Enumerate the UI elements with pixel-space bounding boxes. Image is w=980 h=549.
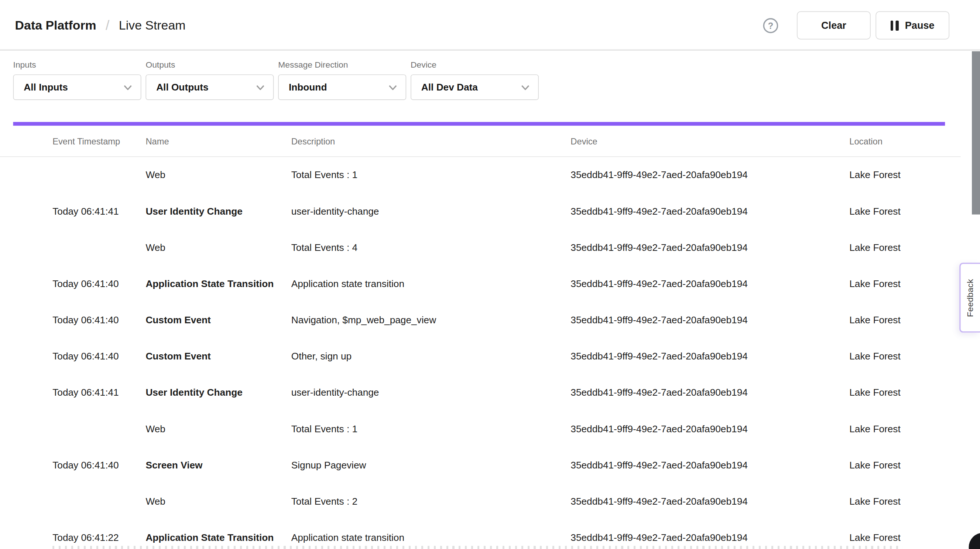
filter-outputs-label: Outputs	[145, 60, 274, 69]
event-timestamp: Today 06:41:22	[52, 532, 145, 543]
outputs-dropdown[interactable]: All Outputs	[145, 74, 274, 100]
event-name: Web	[145, 242, 291, 253]
event-description: Total Events : 4	[291, 242, 571, 253]
table-row[interactable]: Web Total Events : 1 35eddb41-9ff9-49e2-…	[0, 157, 961, 193]
event-name: Custom Event	[145, 351, 291, 362]
filter-message-direction: Message Direction Inbound	[278, 60, 406, 100]
event-device: 35eddb41-9ff9-49e2-7aed-20afa90eb194	[571, 206, 849, 217]
accent-divider	[13, 122, 945, 126]
event-device: 35eddb41-9ff9-49e2-7aed-20afa90eb194	[571, 460, 849, 471]
feedback-tab-label: Feedback	[966, 279, 975, 317]
event-location: Lake Forest	[849, 314, 961, 326]
clear-button-label: Clear	[821, 19, 846, 31]
event-timestamp: Today 06:41:40	[52, 314, 145, 326]
table-row[interactable]: Web Total Events : 4 35eddb41-9ff9-49e2-…	[0, 230, 961, 266]
chevron-down-icon	[124, 85, 132, 90]
clear-button[interactable]: Clear	[797, 11, 871, 39]
table-row[interactable]: Today 06:41:41 User Identity Change user…	[0, 193, 961, 230]
breadcrumb-separator: /	[106, 18, 109, 34]
event-device: 35eddb41-9ff9-49e2-7aed-20afa90eb194	[571, 314, 849, 326]
event-name: Screen View	[145, 460, 291, 471]
col-header-device: Device	[571, 136, 849, 146]
breadcrumb-section[interactable]: Data Platform	[15, 18, 96, 32]
col-header-event-timestamp: Event Timestamp	[52, 136, 145, 146]
event-device: 35eddb41-9ff9-49e2-7aed-20afa90eb194	[571, 532, 849, 543]
device-dropdown-value: All Dev Data	[421, 81, 478, 93]
event-device: 35eddb41-9ff9-49e2-7aed-20afa90eb194	[571, 169, 849, 181]
device-dropdown[interactable]: All Dev Data	[410, 74, 539, 100]
event-description: Application state transition	[291, 278, 571, 289]
event-description: Signup Pageview	[291, 460, 571, 471]
vertical-scrollbar-thumb[interactable]	[972, 51, 980, 215]
chevron-down-icon	[256, 85, 264, 90]
event-location: Lake Forest	[849, 496, 961, 507]
event-description: Application state transition	[291, 532, 571, 543]
event-name: User Identity Change	[145, 387, 291, 398]
event-description: user-identity-change	[291, 387, 571, 398]
feedback-tab[interactable]: Feedback	[959, 263, 980, 333]
event-location: Lake Forest	[849, 532, 961, 543]
event-device: 35eddb41-9ff9-49e2-7aed-20afa90eb194	[571, 242, 849, 253]
event-location: Lake Forest	[849, 460, 961, 471]
message-direction-dropdown-value: Inbound	[289, 81, 327, 93]
inputs-dropdown[interactable]: All Inputs	[13, 74, 142, 100]
table-row[interactable]: Today 06:41:40 Custom Event Navigation, …	[0, 302, 961, 338]
page-title: Live Stream	[119, 18, 186, 32]
table-row[interactable]: Today 06:41:22 Application State Transit…	[0, 520, 961, 549]
top-bar: Data Platform / Live Stream ? Clear Paus…	[0, 0, 980, 51]
event-name: Web	[145, 496, 291, 507]
filter-message-direction-label: Message Direction	[278, 60, 406, 69]
event-name: Application State Transition	[145, 532, 291, 543]
pause-icon	[891, 20, 899, 30]
chat-launcher-icon[interactable]	[969, 533, 980, 549]
table-row[interactable]: Today 06:41:41 User Identity Change user…	[0, 375, 961, 411]
table-row[interactable]: Web Total Events : 2 35eddb41-9ff9-49e2-…	[0, 483, 961, 519]
filter-device: Device All Dev Data	[410, 60, 539, 100]
event-location: Lake Forest	[849, 351, 961, 362]
filter-inputs: Inputs All Inputs	[13, 60, 142, 100]
event-location: Lake Forest	[849, 169, 961, 181]
event-description: Total Events : 1	[291, 423, 571, 434]
event-device: 35eddb41-9ff9-49e2-7aed-20afa90eb194	[571, 423, 849, 434]
chevron-down-icon	[389, 85, 397, 90]
live-stream-page: Data Platform / Live Stream ? Clear Paus…	[0, 0, 980, 549]
breadcrumb: Data Platform / Live Stream	[15, 0, 186, 51]
event-timestamp: Today 06:41:41	[52, 387, 145, 398]
event-location: Lake Forest	[849, 242, 961, 253]
event-timestamp: Today 06:41:40	[52, 351, 145, 362]
col-header-location: Location	[849, 136, 961, 146]
event-name: Web	[145, 423, 291, 434]
message-direction-dropdown[interactable]: Inbound	[278, 74, 406, 100]
event-location: Lake Forest	[849, 423, 961, 434]
event-description: user-identity-change	[291, 206, 571, 217]
clipped-row-hint	[52, 546, 902, 549]
filter-device-label: Device	[410, 60, 539, 69]
event-timestamp: Today 06:41:40	[52, 278, 145, 289]
event-name: Custom Event	[145, 314, 291, 326]
filter-inputs-label: Inputs	[13, 60, 142, 69]
pause-button-label: Pause	[905, 19, 935, 31]
event-description: Other, sign up	[291, 351, 571, 362]
help-icon[interactable]: ?	[763, 18, 778, 33]
chevron-down-icon	[522, 85, 530, 90]
event-device: 35eddb41-9ff9-49e2-7aed-20afa90eb194	[571, 278, 849, 289]
event-device: 35eddb41-9ff9-49e2-7aed-20afa90eb194	[571, 496, 849, 507]
table-row[interactable]: Web Total Events : 1 35eddb41-9ff9-49e2-…	[0, 411, 961, 447]
col-header-description: Description	[291, 136, 571, 146]
table-row[interactable]: Today 06:41:40 Screen View Signup Pagevi…	[0, 447, 961, 483]
table-row[interactable]: Today 06:41:40 Application State Transit…	[0, 266, 961, 302]
event-location: Lake Forest	[849, 206, 961, 217]
event-name: Application State Transition	[145, 278, 291, 289]
event-location: Lake Forest	[849, 387, 961, 398]
table-header-row: Event Timestamp Name Description Device …	[0, 126, 961, 157]
event-name: User Identity Change	[145, 206, 291, 217]
pause-button[interactable]: Pause	[875, 11, 949, 39]
event-description: Total Events : 2	[291, 496, 571, 507]
event-location: Lake Forest	[849, 278, 961, 289]
top-bar-actions: ? Clear Pause	[763, 0, 949, 51]
table-row[interactable]: Today 06:41:40 Custom Event Other, sign …	[0, 338, 961, 375]
event-timestamp: Today 06:41:41	[52, 206, 145, 217]
filter-outputs: Outputs All Outputs	[145, 60, 274, 100]
event-timestamp: Today 06:41:40	[52, 460, 145, 471]
filters-bar: Inputs All Inputs Outputs All Outputs Me…	[13, 60, 539, 100]
